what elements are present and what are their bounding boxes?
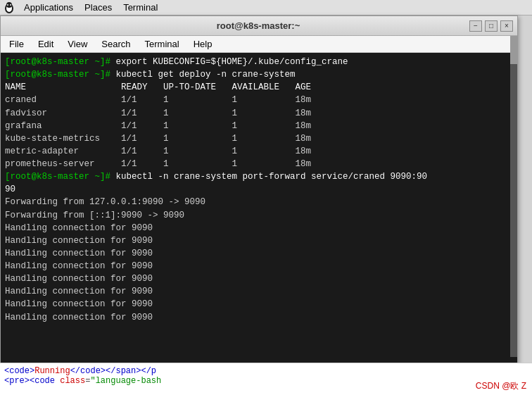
- menu-edit[interactable]: Edit: [32, 37, 59, 51]
- close-button[interactable]: ×: [500, 20, 513, 32]
- penguin-icon: [3, 1, 15, 14]
- browser-strip: <code>Running</code></span></p <pre><cod…: [0, 363, 532, 395]
- terminal-titlebar: root@k8s-master:~ − □ ×: [1, 16, 517, 36]
- terminal-scrollbar[interactable]: [510, 36, 517, 357]
- terminal-body[interactable]: [root@k8s-master ~]# export KUBECONFIG=$…: [1, 53, 517, 374]
- browser-code-line-2: <pre><code class="language-bash: [4, 376, 528, 386]
- terminal-window: root@k8s-master:~ − □ × File Edit View S…: [0, 15, 518, 375]
- maximize-button[interactable]: □: [485, 20, 498, 32]
- applications-menu[interactable]: Applications: [18, 1, 79, 14]
- menu-terminal[interactable]: Terminal: [139, 37, 185, 51]
- menu-help[interactable]: Help: [188, 37, 218, 51]
- csdn-badge: CSDN @欧 Z: [476, 380, 526, 392]
- terminal-menu[interactable]: Terminal: [118, 1, 163, 14]
- svg-point-6: [11, 4, 11, 5]
- top-menubar: Applications Places Terminal: [0, 0, 532, 15]
- scrollbar-thumb[interactable]: [510, 36, 517, 64]
- browser-code-line-1: <code>Running</code></span></p: [4, 366, 528, 376]
- menu-file[interactable]: File: [4, 37, 30, 51]
- terminal-menubar: File Edit View Search Terminal Help: [1, 36, 517, 53]
- terminal-title: root@k8s-master:~: [47, 20, 469, 31]
- places-menu[interactable]: Places: [79, 1, 118, 14]
- menu-view[interactable]: View: [62, 37, 93, 51]
- minimize-button[interactable]: −: [469, 20, 482, 32]
- menu-search[interactable]: Search: [96, 37, 136, 51]
- svg-point-5: [8, 4, 8, 5]
- window-controls: − □ ×: [469, 20, 513, 32]
